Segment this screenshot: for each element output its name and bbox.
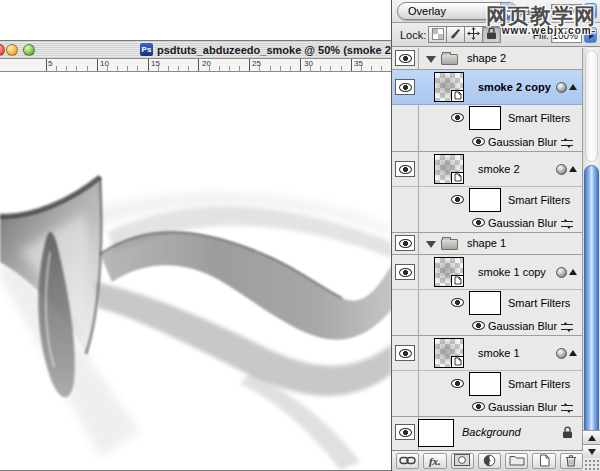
lock-all-button[interactable] xyxy=(482,26,501,43)
eye-icon[interactable] xyxy=(472,137,485,146)
eye-icon xyxy=(399,349,412,358)
ruler-number: 20 xyxy=(202,59,211,68)
page-icon xyxy=(454,356,462,368)
smart-filter-indicator-icon xyxy=(556,348,567,359)
smart-object-badge-icon xyxy=(451,172,464,184)
layer-style-button[interactable]: fx. xyxy=(423,453,446,469)
canvas-area[interactable] xyxy=(0,72,391,470)
lock-transparency-button[interactable] xyxy=(428,26,447,43)
page-icon xyxy=(454,90,462,102)
lock-position-button[interactable] xyxy=(464,26,483,43)
filter-blend-options-icon[interactable] xyxy=(560,402,574,413)
layer-label: smoke 1 copy xyxy=(478,266,546,278)
layers-list: shape 2 smoke 2 copy Smart Filters Gauss… xyxy=(392,48,582,450)
eye-icon[interactable] xyxy=(451,298,464,307)
lock-pixels-button[interactable] xyxy=(446,26,465,43)
smart-filters-row[interactable]: Smart Filters xyxy=(392,105,582,133)
layer-row-background[interactable]: Background xyxy=(392,417,582,450)
visibility-toggle[interactable] xyxy=(395,161,415,177)
zoom-button[interactable] xyxy=(23,44,35,56)
eye-icon[interactable] xyxy=(472,402,485,411)
filter-row-gaussian-blur[interactable]: Gaussian Blur xyxy=(392,133,582,152)
layer-label: smoke 2 xyxy=(478,163,520,175)
opacity-field[interactable]: 100% xyxy=(551,4,582,19)
opacity-label: Opacity: xyxy=(510,5,549,17)
new-layer-button[interactable] xyxy=(532,453,555,469)
layer-row-shape-1[interactable]: shape 1 xyxy=(392,233,582,255)
smart-object-thumbnail[interactable] xyxy=(434,257,464,287)
filter-mask-thumbnail[interactable] xyxy=(469,372,501,396)
filter-blend-options-icon[interactable] xyxy=(560,137,574,148)
fill-field[interactable]: 100% xyxy=(551,28,582,43)
eye-icon[interactable] xyxy=(472,218,485,227)
eye-icon xyxy=(399,83,412,92)
layer-label: shape 1 xyxy=(467,237,506,249)
ruler-number: 10 xyxy=(100,59,109,68)
collapse-filters-triangle[interactable] xyxy=(569,84,577,90)
smart-object-thumbnail[interactable] xyxy=(434,338,464,368)
filter-row-gaussian-blur[interactable]: Gaussian Blur xyxy=(392,398,582,417)
filter-blend-options-icon[interactable] xyxy=(560,321,574,332)
minimize-button[interactable] xyxy=(6,44,18,56)
new-layer-icon xyxy=(538,454,551,469)
opacity-arrow-button[interactable] xyxy=(584,3,597,19)
new-group-button[interactable] xyxy=(505,453,528,469)
close-button[interactable] xyxy=(0,44,5,56)
group-disclosure-triangle[interactable] xyxy=(426,56,436,63)
layer-row-smoke-1[interactable]: smoke 1 xyxy=(392,336,582,371)
transparency-checker-icon xyxy=(432,28,444,42)
background-thumbnail[interactable] xyxy=(418,419,454,447)
link-layers-button[interactable] xyxy=(396,453,419,469)
smart-object-thumbnail[interactable] xyxy=(434,154,464,184)
scrollbar-track[interactable] xyxy=(585,50,598,162)
filter-mask-thumbnail[interactable] xyxy=(469,106,501,130)
visibility-toggle[interactable] xyxy=(395,79,415,95)
filter-mask-thumbnail[interactable] xyxy=(469,188,501,212)
visibility-toggle[interactable] xyxy=(395,235,415,251)
smart-filter-indicator-icon xyxy=(556,267,567,278)
layer-row-smoke-1-copy[interactable]: smoke 1 copy xyxy=(392,255,582,290)
smart-filters-row[interactable]: Smart Filters xyxy=(392,371,582,398)
layer-label: Background xyxy=(462,426,521,438)
scrollbar-thumb[interactable] xyxy=(584,165,599,438)
smart-object-thumbnail[interactable] xyxy=(434,72,464,102)
layers-scrollbar[interactable] xyxy=(582,48,600,458)
layer-row-shape-2[interactable]: shape 2 xyxy=(392,48,582,70)
smart-filters-row[interactable]: Smart Filters xyxy=(392,187,582,214)
blend-mode-value: Overlay xyxy=(408,5,446,17)
visibility-toggle[interactable] xyxy=(395,424,415,440)
adjustment-layer-button[interactable] xyxy=(478,453,501,469)
blend-mode-dropdown[interactable]: Overlay xyxy=(397,2,518,20)
horizontal-ruler[interactable]: 5 10 15 20 25 30 35 xyxy=(0,59,391,72)
eye-icon[interactable] xyxy=(472,321,485,330)
filter-row-gaussian-blur[interactable]: Gaussian Blur xyxy=(392,317,582,336)
visibility-toggle[interactable] xyxy=(395,50,415,66)
eye-icon[interactable] xyxy=(451,195,464,204)
filter-row-gaussian-blur[interactable]: Gaussian Blur xyxy=(392,214,582,233)
layer-label: shape 2 xyxy=(467,52,506,64)
scroll-down-button[interactable] xyxy=(583,444,600,458)
collapse-filters-triangle[interactable] xyxy=(569,166,577,172)
lock-bar: Lock: Fill: 100% xyxy=(392,23,600,47)
smart-filters-label: Smart Filters xyxy=(508,194,570,206)
visibility-toggle[interactable] xyxy=(395,264,415,280)
smart-filters-label: Smart Filters xyxy=(508,378,570,390)
ruler-number: 15 xyxy=(151,59,160,68)
group-disclosure-triangle[interactable] xyxy=(426,241,436,248)
visibility-toggle[interactable] xyxy=(395,345,415,361)
delete-layer-button[interactable] xyxy=(560,453,583,469)
smart-filters-row[interactable]: Smart Filters xyxy=(392,290,582,317)
fill-arrow-button[interactable] xyxy=(584,27,597,43)
filter-mask-thumbnail[interactable] xyxy=(469,291,501,315)
panel-resize-grip[interactable] xyxy=(584,459,600,471)
eye-icon[interactable] xyxy=(451,113,464,122)
collapse-filters-triangle[interactable] xyxy=(569,269,577,275)
collapse-filters-triangle[interactable] xyxy=(569,350,577,356)
scroll-up-button[interactable] xyxy=(583,430,600,444)
document-titlebar[interactable]: Ps psdtuts_abduzeedo_smoke @ 50% (smoke … xyxy=(0,41,391,59)
filter-blend-options-icon[interactable] xyxy=(560,218,574,229)
eye-icon[interactable] xyxy=(451,379,464,388)
layer-row-smoke-2[interactable]: smoke 2 xyxy=(392,152,582,187)
add-layer-mask-button[interactable] xyxy=(451,453,474,469)
layer-row-smoke-2-copy[interactable]: smoke 2 copy xyxy=(392,70,582,105)
